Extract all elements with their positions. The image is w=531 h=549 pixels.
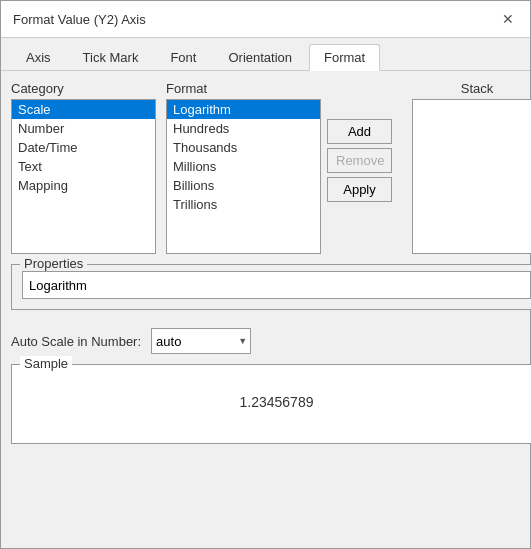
title-bar: Format Value (Y2) Axis ✕ (1, 1, 530, 38)
sample-group: Sample 1.23456789 (11, 364, 531, 444)
tab-axis[interactable]: Axis (11, 44, 66, 70)
tab-format[interactable]: Format (309, 44, 380, 71)
stack-section: Stack (412, 81, 531, 254)
tab-orientation[interactable]: Orientation (213, 44, 307, 70)
format-label: Format (166, 81, 392, 96)
stack-box (412, 99, 531, 254)
properties-input[interactable] (22, 271, 531, 299)
tab-bar: Axis Tick Mark Font Orientation Format (1, 38, 530, 71)
stack-label: Stack (412, 81, 531, 96)
category-item-mapping[interactable]: Mapping (12, 176, 155, 195)
properties-group: Properties (11, 264, 531, 310)
format-list[interactable]: Logarithm Hundreds Thousands Millions Bi… (166, 99, 321, 254)
auto-scale-select[interactable]: auto none hundreds thousands millions bi… (151, 328, 251, 354)
category-item-number[interactable]: Number (12, 119, 155, 138)
format-item-trillions[interactable]: Trillions (167, 195, 320, 214)
main-area: Category Scale Number Date/Time Text Map… (11, 81, 531, 538)
properties-legend: Properties (20, 256, 87, 271)
content-area: Category Scale Number Date/Time Text Map… (1, 71, 530, 548)
format-item-hundreds[interactable]: Hundreds (167, 119, 320, 138)
auto-scale-row: Auto Scale in Number: auto none hundreds… (11, 328, 531, 354)
tab-tickmark[interactable]: Tick Mark (68, 44, 154, 70)
dialog-title: Format Value (Y2) Axis (13, 12, 146, 27)
format-item-billions[interactable]: Billions (167, 176, 320, 195)
category-item-scale[interactable]: Scale (12, 100, 155, 119)
remove-button[interactable]: Remove (327, 148, 392, 173)
auto-scale-label: Auto Scale in Number: (11, 334, 141, 349)
category-label: Category (11, 81, 156, 96)
format-apply-button[interactable]: Apply (327, 177, 392, 202)
format-buttons: Add Remove Apply (327, 99, 392, 254)
category-item-datetime[interactable]: Date/Time (12, 138, 155, 157)
add-button[interactable]: Add (327, 119, 392, 144)
format-item-thousands[interactable]: Thousands (167, 138, 320, 157)
category-list[interactable]: Scale Number Date/Time Text Mapping (11, 99, 156, 254)
sample-legend: Sample (20, 356, 72, 371)
sample-value: 1.23456789 (22, 371, 531, 433)
dialog: Format Value (Y2) Axis ✕ Axis Tick Mark … (0, 0, 531, 549)
auto-scale-wrapper: auto none hundreds thousands millions bi… (151, 328, 251, 354)
close-button[interactable]: ✕ (498, 9, 518, 29)
category-section: Category Scale Number Date/Time Text Map… (11, 81, 156, 254)
category-item-text[interactable]: Text (12, 157, 155, 176)
format-item-logarithm[interactable]: Logarithm (167, 100, 320, 119)
format-item-millions[interactable]: Millions (167, 157, 320, 176)
top-section: Category Scale Number Date/Time Text Map… (11, 81, 531, 254)
tab-font[interactable]: Font (155, 44, 211, 70)
